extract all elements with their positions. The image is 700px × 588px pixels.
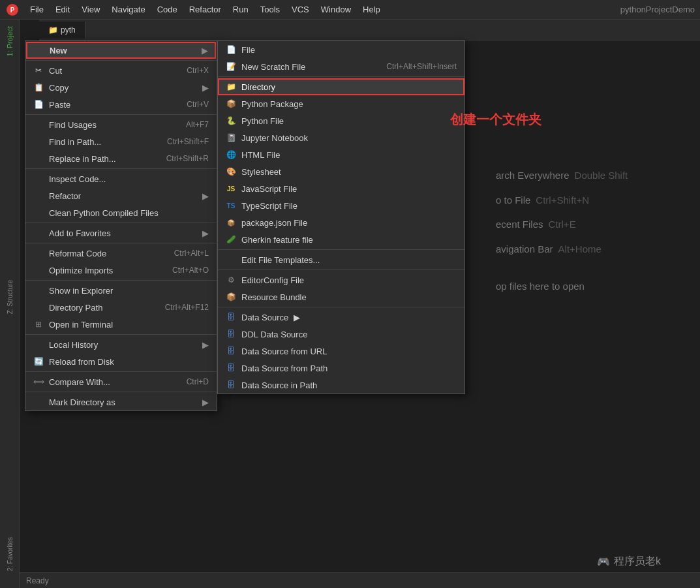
sub-ds-path-label: Data Source from Path xyxy=(241,364,327,373)
ctx-sep4 xyxy=(25,243,217,243)
drop-hint-label: op files here to open xyxy=(496,281,585,292)
search-hint: arch Everywhere Double Shift xyxy=(496,163,693,188)
sub-directory-label: Directory xyxy=(241,82,275,92)
editorconfig-icon: ⚙ xyxy=(226,275,236,285)
menu-view[interactable]: View xyxy=(76,3,105,16)
optimize-icon xyxy=(33,265,44,275)
ctx-compare-with[interactable]: ⟺ Compare With... Ctrl+D xyxy=(25,373,217,390)
ctx-copy[interactable]: 📋 Copy ▶ xyxy=(25,79,217,96)
sub-jupyter[interactable]: 📓 Jupyter Notebook xyxy=(218,129,464,146)
css-icon: 🎨 xyxy=(226,166,236,177)
favorites-arrow-icon: ▶ xyxy=(202,228,209,238)
history-icon xyxy=(33,339,44,350)
sub-python-package[interactable]: 📦 Python Package xyxy=(218,95,464,112)
sub-ddl-source[interactable]: 🗄 DDL Data Source xyxy=(218,326,464,343)
sub-python-file[interactable]: 🐍 Python File xyxy=(218,112,464,129)
project-title: pythonProjectDemo xyxy=(620,5,695,14)
ctx-cut[interactable]: ✂ Cut Ctrl+X xyxy=(25,62,217,79)
ctx-local-history[interactable]: Local History ▶ xyxy=(25,336,217,353)
ctx-directory-path[interactable]: Directory Path Ctrl+Alt+F12 xyxy=(25,299,217,316)
ctx-find-usages-shortcut: Alt+F7 xyxy=(186,120,209,129)
ctx-sep2 xyxy=(25,168,217,169)
ctx-replace-in-path[interactable]: Replace in Path... Ctrl+Shift+R xyxy=(25,150,217,167)
menu-navigate[interactable]: Navigate xyxy=(106,3,150,16)
ctx-dir-path-label: Directory Path xyxy=(49,303,102,313)
menu-help[interactable]: Help xyxy=(358,3,386,16)
sub-data-source-in-path[interactable]: 🗄 Data Source in Path xyxy=(218,377,464,394)
sidebar-project-icon[interactable]: 1: Project xyxy=(1,22,18,60)
refactor-arrow-icon: ▶ xyxy=(202,191,209,201)
sub-new-scratch[interactable]: 📝 New Scratch File Ctrl+Alt+Shift+Insert xyxy=(218,58,464,75)
nav-hint-shortcut: Alt+Home xyxy=(558,237,601,262)
sub-editorconfig[interactable]: ⚙ EditorConfig File xyxy=(218,271,464,288)
ctx-find-in-path[interactable]: Find in Path... Ctrl+Shift+F xyxy=(25,133,217,150)
bottom-bar: Ready xyxy=(20,572,700,588)
menu-tools[interactable]: Tools xyxy=(255,3,285,16)
sub-gherkin[interactable]: 🥒 Gherkin feature file xyxy=(218,231,464,248)
jupyter-icon: 📓 xyxy=(226,132,236,143)
project-tab[interactable]: 📁 pyth xyxy=(39,22,85,39)
sidebar-structure-icon[interactable]: Z: Structure xyxy=(1,276,18,318)
menu-window[interactable]: Window xyxy=(316,3,356,16)
search-hint-label: arch Everywhere xyxy=(496,163,570,188)
sub-sep3 xyxy=(218,270,464,270)
scratch-icon: 📝 xyxy=(226,61,236,72)
package-json-icon: 📦 xyxy=(226,217,236,228)
ctx-cut-shortcut: Ctrl+X xyxy=(187,66,209,75)
sub-data-source-url[interactable]: 🗄 Data Source from URL xyxy=(218,343,464,360)
sub-html[interactable]: 🌐 HTML File xyxy=(218,146,464,163)
menu-file[interactable]: File xyxy=(25,3,49,16)
sub-html-label: HTML File xyxy=(241,150,280,160)
ctx-open-terminal[interactable]: ⊞ Open in Terminal xyxy=(25,316,217,333)
terminal-icon: ⊞ xyxy=(33,319,44,330)
svg-text:P: P xyxy=(10,7,15,14)
ctx-reformat[interactable]: Reformat Code Ctrl+Alt+L xyxy=(25,245,217,262)
ctx-add-favorites[interactable]: Add to Favorites ▶ xyxy=(25,224,217,241)
ctx-compare-shortcut: Ctrl+D xyxy=(187,377,209,386)
ctx-optimize-shortcut: Ctrl+Alt+O xyxy=(172,266,209,275)
sub-data-source-label: Data Source xyxy=(241,313,288,322)
ctx-show-explorer[interactable]: Show in Explorer xyxy=(25,282,217,299)
ctx-paste[interactable]: 📄 Paste Ctrl+V xyxy=(25,96,217,113)
sub-data-source-path[interactable]: 🗄 Data Source from Path xyxy=(218,360,464,377)
ctx-refactor[interactable]: Refactor ▶ xyxy=(25,187,217,204)
sub-typescript[interactable]: TS TypeScript File xyxy=(218,197,464,214)
ctx-new[interactable]: New ▶ xyxy=(26,42,216,59)
menu-code[interactable]: Code xyxy=(152,3,183,16)
find-path-icon xyxy=(33,136,44,147)
ctx-find-usages[interactable]: Find Usages Alt+F7 xyxy=(25,116,217,133)
ctx-mark-directory[interactable]: Mark Directory as ▶ xyxy=(25,394,217,410)
directory-icon: 📁 xyxy=(226,82,236,92)
ctx-clean-python[interactable]: Clean Python Compiled Files xyxy=(25,204,217,221)
menu-vcs[interactable]: VCS xyxy=(286,3,314,16)
ctx-reload-disk[interactable]: 🔄 Reload from Disk xyxy=(25,353,217,370)
ctx-optimize-imports[interactable]: Optimize Imports Ctrl+Alt+O xyxy=(25,262,217,279)
sub-javascript[interactable]: JS JavaScript File xyxy=(218,180,464,197)
recent-hint-shortcut: Ctrl+E xyxy=(549,212,576,237)
sidebar-favorites-icon[interactable]: 2: Favorites xyxy=(1,534,18,574)
sub-edit-templates[interactable]: Edit File Templates... xyxy=(218,251,464,268)
sub-sep1 xyxy=(218,76,464,77)
sub-scratch-label: New Scratch File xyxy=(241,62,305,72)
sub-package-json[interactable]: 📦 package.json File xyxy=(218,214,464,231)
html-icon: 🌐 xyxy=(226,149,236,160)
menu-edit[interactable]: Edit xyxy=(50,3,75,16)
menu-refactor[interactable]: Refactor xyxy=(184,3,226,16)
nav-hint: avigation Bar Alt+Home xyxy=(496,237,693,262)
ctx-sep-after-new xyxy=(25,60,217,61)
sub-jupyter-label: Jupyter Notebook xyxy=(241,133,308,143)
ide-body: 1: Project Z: Structure 2: Favorites 📁 p… xyxy=(0,20,700,588)
inspect-icon xyxy=(33,174,44,184)
compare-icon: ⟺ xyxy=(33,377,44,387)
ctx-inspect-code[interactable]: Inspect Code... xyxy=(25,170,217,187)
sub-directory[interactable]: 📁 Directory xyxy=(218,78,464,95)
ctx-replace-path-label: Replace in Path... xyxy=(49,154,116,164)
menu-run[interactable]: Run xyxy=(228,3,254,16)
dir-path-icon xyxy=(33,302,44,313)
sub-data-source[interactable]: 🗄 Data Source ▶ xyxy=(218,309,464,326)
sub-resource-bundle[interactable]: 📦 Resource Bundle xyxy=(218,288,464,305)
sub-stylesheet[interactable]: 🎨 Stylesheet xyxy=(218,163,464,180)
new-arrow-icon: ▶ xyxy=(202,46,208,55)
recent-hint: ecent Files Ctrl+E xyxy=(496,212,693,237)
sub-file[interactable]: 📄 File xyxy=(218,41,464,58)
